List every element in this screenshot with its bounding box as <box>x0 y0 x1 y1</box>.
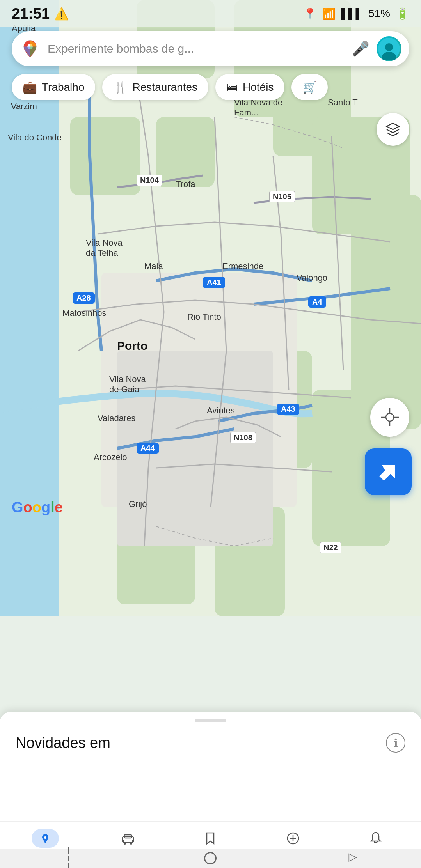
info-icon: ℹ <box>394 737 398 749</box>
pill-trabalho[interactable]: 💼 Trabalho <box>12 74 95 100</box>
home-gesture-indicator <box>64 844 72 868</box>
system-nav-bar: ◁ <box>0 849 421 868</box>
nav-guardado-wrap <box>197 829 224 848</box>
svg-rect-7 <box>70 117 140 195</box>
nav-explorar-wrap <box>32 829 59 848</box>
status-time: 21:51 <box>12 5 50 22</box>
pill-shopping[interactable]: 🛒 <box>291 74 328 100</box>
bell-icon <box>368 831 383 846</box>
signal-icon: ▌▌▌ <box>341 8 363 20</box>
nav-contribuir-wrap <box>279 829 307 848</box>
pill-hoteis[interactable]: 🛏 Hotéis <box>215 74 284 100</box>
svg-rect-16 <box>117 351 273 546</box>
cart-icon: 🛒 <box>302 80 317 94</box>
navigate-fab[interactable] <box>365 448 412 495</box>
svg-rect-40 <box>132 840 133 843</box>
status-bar: 21:51 ⚠️ 📍 📶 ▌▌▌ 51% 🔋 <box>0 0 421 27</box>
svg-rect-8 <box>156 117 215 187</box>
google-logo: Google <box>12 499 63 516</box>
svg-point-26 <box>386 413 394 421</box>
location-crosshair-icon <box>380 407 400 427</box>
bookmark-icon <box>203 831 218 846</box>
location-button[interactable] <box>370 398 409 437</box>
search-bar[interactable]: Experimente bombas de g... 🎤 <box>12 31 409 66</box>
pill-hoteis-label: Hotéis <box>243 81 274 94</box>
status-warning-icon: ⚠️ <box>54 7 69 21</box>
back-button[interactable]: ◁ <box>348 852 357 865</box>
pin-icon <box>38 831 53 846</box>
sheet-title: Novidades em <box>16 735 110 751</box>
category-pills: 💼 Trabalho 🍴 Restaurantes 🛏 Hotéis 🛒 <box>12 74 421 100</box>
briefcase-icon: 💼 <box>23 80 37 94</box>
google-logo-text: G <box>12 499 23 515</box>
svg-point-23 <box>385 43 393 51</box>
svg-marker-25 <box>387 123 399 129</box>
home-button[interactable] <box>201 849 220 868</box>
nav-novidades-wrap <box>362 829 389 848</box>
battery-level: 51% <box>368 7 390 20</box>
wifi-icon: 📶 <box>322 7 336 20</box>
user-avatar[interactable] <box>377 36 401 61</box>
maps-logo <box>20 38 41 59</box>
nav-ir-wrap <box>114 829 142 848</box>
location-status-icon: 📍 <box>303 7 317 20</box>
fork-icon: 🍴 <box>113 80 128 94</box>
layers-icon <box>385 122 401 137</box>
svg-point-34 <box>44 836 46 839</box>
bed-icon: 🛏 <box>226 81 238 94</box>
navigate-icon <box>376 459 401 484</box>
pill-restaurantes-label: Restaurantes <box>132 81 197 94</box>
battery-icon: 🔋 <box>396 7 409 20</box>
pill-restaurantes[interactable]: 🍴 Restaurantes <box>102 74 208 100</box>
svg-rect-39 <box>123 840 124 843</box>
mic-icon[interactable]: 🎤 <box>352 41 369 57</box>
car-icon <box>121 831 135 846</box>
pill-trabalho-label: Trabalho <box>42 81 84 94</box>
info-button[interactable]: ℹ <box>386 733 405 753</box>
plus-circle-icon <box>286 831 300 846</box>
bottom-sheet[interactable]: Novidades em ℹ <box>0 712 421 821</box>
search-input[interactable]: Experimente bombas de g... <box>48 42 345 55</box>
sheet-handle <box>195 719 226 722</box>
layers-button[interactable] <box>377 113 409 146</box>
